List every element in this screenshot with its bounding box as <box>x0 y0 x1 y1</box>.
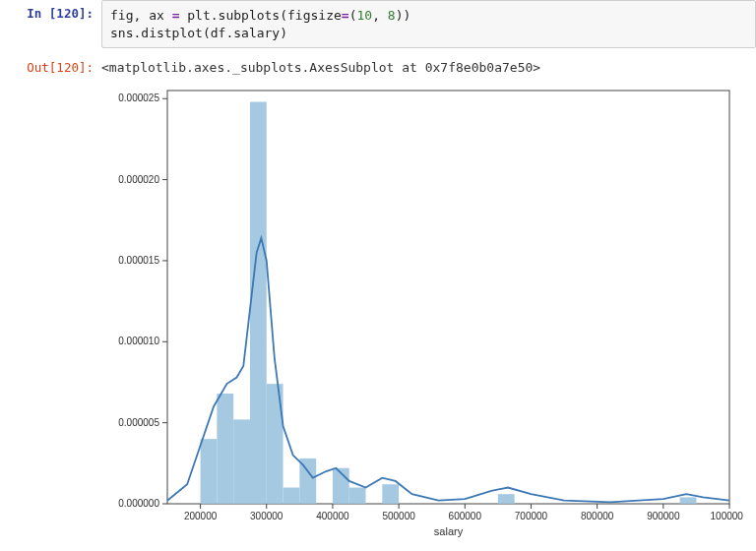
svg-rect-35 <box>250 102 267 504</box>
input-prompt: In [120]: <box>0 0 101 21</box>
svg-text:0.000025: 0.000025 <box>118 92 159 103</box>
code-input[interactable]: fig, ax = plt.subplots(figsize=(10, 8)) … <box>101 0 756 48</box>
svg-text:300000: 300000 <box>250 511 284 521</box>
output-cell: Out[120]: <matplotlib.axes._subplots.Axe… <box>0 54 756 75</box>
svg-rect-32 <box>201 439 218 504</box>
svg-text:0.000015: 0.000015 <box>118 255 159 266</box>
svg-text:salary: salary <box>434 525 464 537</box>
svg-rect-41 <box>382 484 399 504</box>
svg-rect-34 <box>233 419 250 504</box>
svg-text:0.000020: 0.000020 <box>118 174 159 185</box>
svg-text:0.000000: 0.000000 <box>118 498 159 509</box>
svg-text:500000: 500000 <box>382 511 415 521</box>
svg-text:900000: 900000 <box>647 511 680 521</box>
svg-text:700000: 700000 <box>515 511 548 521</box>
svg-text:200000: 200000 <box>184 511 218 521</box>
svg-text:600000: 600000 <box>449 511 482 521</box>
svg-rect-33 <box>217 394 233 504</box>
output-prompt: Out[120]: <box>0 54 101 75</box>
svg-text:800000: 800000 <box>581 511 614 521</box>
svg-rect-40 <box>349 488 366 504</box>
svg-text:400000: 400000 <box>316 511 349 521</box>
distplot-chart: 0.0000000.0000050.0000100.0000150.000020… <box>94 81 743 543</box>
svg-rect-37 <box>284 488 300 504</box>
svg-text:1000000: 1000000 <box>711 511 743 521</box>
output-repr: <matplotlib.axes._subplots.AxesSubplot a… <box>101 54 756 75</box>
input-cell: In [120]: fig, ax = plt.subplots(figsize… <box>0 0 756 48</box>
svg-text:0.000005: 0.000005 <box>118 417 159 428</box>
svg-text:0.000010: 0.000010 <box>118 336 159 346</box>
svg-rect-43 <box>680 498 697 505</box>
plot-output: 0.0000000.0000050.0000100.0000150.000020… <box>94 81 756 543</box>
svg-rect-42 <box>498 494 515 504</box>
